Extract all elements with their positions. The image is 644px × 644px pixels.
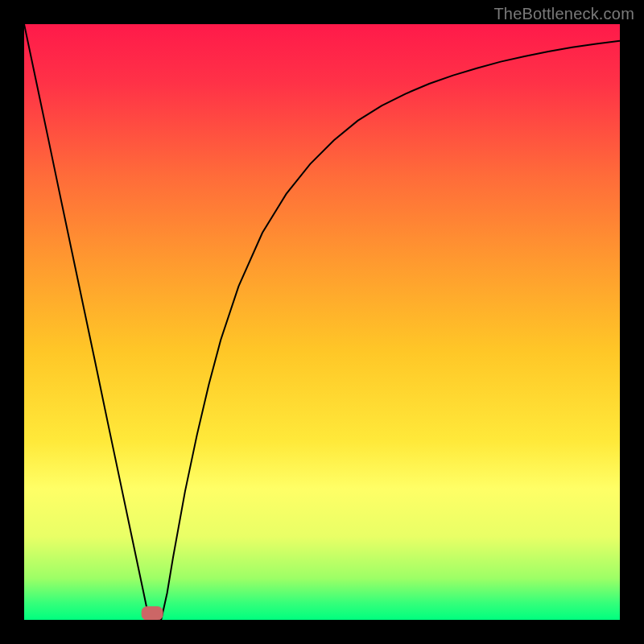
chart-svg bbox=[24, 24, 620, 620]
plot-area bbox=[24, 24, 620, 620]
gradient-background bbox=[24, 24, 620, 620]
watermark-text: TheBottleneck.com bbox=[493, 5, 634, 23]
optimal-marker bbox=[142, 607, 163, 620]
chart-frame: TheBottleneck.com bbox=[0, 0, 644, 644]
